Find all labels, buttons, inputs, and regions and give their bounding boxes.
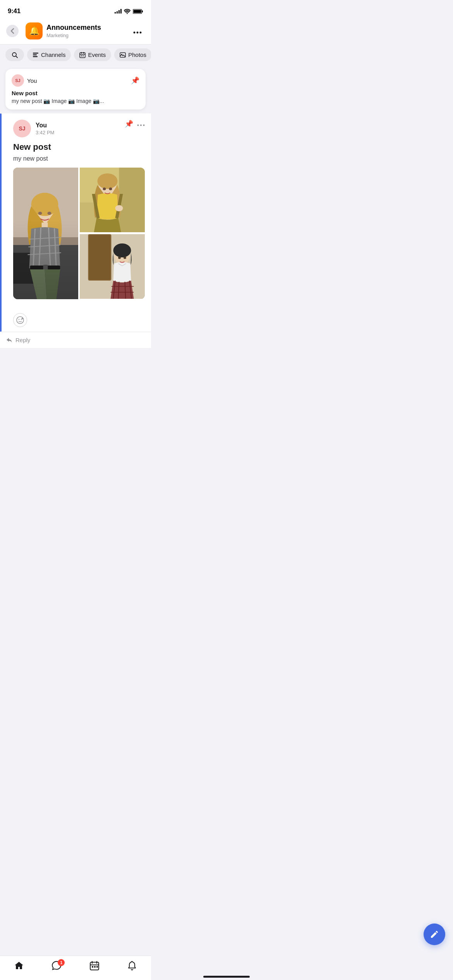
pinned-card-header: SJ You 📌 (12, 74, 139, 87)
blue-accent-bar (0, 113, 2, 332)
status-icons (115, 9, 143, 14)
svg-rect-42 (119, 168, 145, 232)
pinned-user-row: SJ You (12, 74, 37, 87)
svg-point-46 (109, 188, 112, 190)
svg-line-32 (55, 228, 57, 270)
post-more-button[interactable] (137, 120, 145, 128)
battery-icon (133, 9, 143, 14)
svg-point-65 (21, 319, 22, 320)
svg-point-64 (19, 319, 19, 320)
svg-line-29 (33, 229, 35, 270)
main-post-card: SJ You 3:42 PM 📌 New post (7, 113, 151, 305)
events-icon (79, 52, 86, 58)
wifi-icon (124, 9, 130, 14)
header-info: Announcements Marketing (46, 24, 126, 39)
svg-line-33 (29, 237, 61, 239)
emoji-add-icon (16, 316, 24, 324)
channels-label: Channels (41, 51, 65, 58)
svg-rect-10 (33, 56, 38, 57)
svg-rect-28 (42, 223, 48, 230)
svg-line-31 (49, 228, 51, 271)
pinned-avatar: SJ (12, 74, 24, 87)
channel-icon: 🔔 (26, 22, 43, 39)
channels-filter-pill[interactable]: Channels (27, 48, 71, 61)
reaction-bar (7, 310, 151, 332)
post-image-3[interactable] (80, 234, 145, 299)
post-username: You (36, 122, 54, 129)
status-time: 9:41 (8, 7, 21, 15)
back-circle (6, 25, 19, 37)
svg-line-30 (39, 228, 41, 271)
svg-rect-12 (81, 52, 82, 53)
svg-point-21 (143, 124, 145, 126)
back-button[interactable] (6, 25, 22, 37)
photos-icon (120, 52, 126, 58)
events-filter-pill[interactable]: Events (74, 48, 111, 61)
svg-rect-8 (33, 53, 38, 54)
svg-point-19 (137, 124, 139, 126)
post-body: my new post (13, 155, 145, 162)
svg-point-44 (98, 173, 118, 189)
reply-hint[interactable]: Reply (0, 332, 151, 348)
svg-line-34 (29, 245, 60, 247)
svg-rect-24 (13, 245, 78, 299)
post-title: New post (13, 142, 145, 152)
post-image-2[interactable] (80, 168, 145, 232)
svg-point-4 (137, 32, 139, 34)
header: 🔔 Announcements Marketing (0, 19, 151, 45)
svg-rect-11 (80, 53, 85, 58)
post-image-1[interactable] (13, 168, 78, 299)
svg-point-45 (103, 188, 106, 190)
post-user-info: SJ You 3:42 PM (13, 120, 54, 137)
post-card-wrapper: SJ You 3:42 PM 📌 New post (0, 113, 151, 332)
channel-subtitle: Marketing (46, 33, 126, 38)
svg-rect-2 (134, 10, 141, 13)
more-button[interactable] (130, 24, 145, 38)
pinned-username: You (27, 77, 37, 84)
pinned-preview-card[interactable]: SJ You 📌 New post my new post 📷 Image 📷 … (5, 69, 146, 110)
events-label: Events (88, 51, 106, 58)
svg-rect-15 (81, 55, 82, 57)
svg-point-61 (124, 257, 126, 259)
svg-point-3 (134, 32, 136, 34)
svg-point-60 (118, 257, 121, 259)
svg-rect-36 (30, 266, 60, 269)
photos-filter-pill[interactable]: Photos (114, 48, 151, 61)
post-dots-icon (137, 124, 145, 126)
post-image-grid[interactable] (13, 168, 145, 299)
pinned-post-title: New post (12, 90, 139, 96)
svg-rect-13 (83, 52, 84, 53)
filter-bar: Channels Events Photos (0, 45, 151, 65)
channel-title: Announcements (46, 24, 126, 32)
pinned-post-preview: my new post 📷 Image 📷 Image 📷... (12, 98, 139, 104)
svg-point-38 (38, 212, 42, 215)
post-pin-icon: 📌 (125, 120, 133, 128)
photos-label: Photos (128, 51, 146, 58)
dots-icon (133, 31, 142, 34)
reply-icon (6, 337, 13, 343)
svg-rect-25 (13, 253, 45, 284)
pinned-pin-icon: 📌 (131, 76, 139, 85)
svg-rect-16 (83, 55, 84, 57)
search-filter-pill[interactable] (5, 48, 24, 61)
chevron-left-icon (10, 28, 14, 34)
post-meta: You 3:42 PM (36, 122, 54, 135)
signal-icon (115, 9, 122, 14)
reply-label: Reply (15, 337, 30, 343)
add-reaction-button[interactable] (13, 313, 27, 327)
svg-point-39 (48, 212, 51, 215)
svg-rect-9 (33, 54, 37, 55)
svg-point-47 (115, 205, 123, 211)
channels-icon (33, 52, 39, 58)
post-actions: 📌 (125, 120, 145, 128)
status-bar: 9:41 (0, 0, 151, 19)
search-icon (12, 52, 18, 58)
svg-line-35 (28, 253, 61, 255)
post-avatar: SJ (13, 120, 31, 137)
svg-point-53 (113, 243, 131, 257)
svg-line-7 (16, 56, 17, 58)
post-header: SJ You 3:42 PM 📌 (13, 120, 145, 137)
svg-point-20 (140, 124, 142, 126)
post-timestamp: 3:42 PM (36, 130, 54, 135)
svg-point-5 (140, 32, 142, 34)
